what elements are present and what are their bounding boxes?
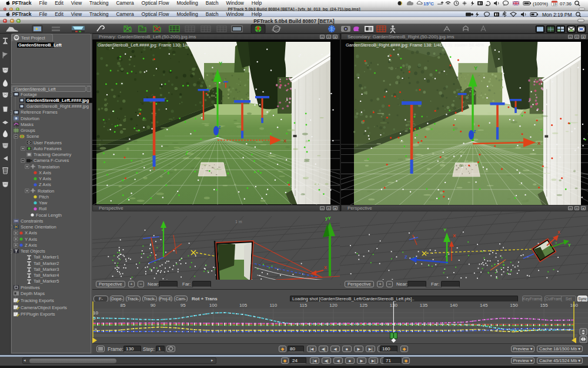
svg-text:Translation: Translation [38,164,59,170]
svg-text:120: 120 [329,303,338,308]
svg-text:Scene Orientation: Scene Orientation [21,224,56,230]
svg-text:Depth Maps: Depth Maps [21,291,45,296]
svg-text:Mon 2:19 PM: Mon 2:19 PM [542,12,572,18]
svg-text:Tall_Marker5: Tall_Marker5 [34,279,59,284]
svg-text:Z Axis: Z Axis [39,182,51,187]
svg-text:Z: Z [473,130,476,134]
svg-text:Constraints: Constraints [21,218,44,224]
svg-text:Camera/Object Exports: Camera/Object Exports [21,305,67,310]
svg-text:Scene: Scene [26,134,39,139]
svg-text:GardenStereoB_Left.####.jpg: GardenStereoB_Left.####.jpg [26,98,89,103]
svg-text:GardenStereoB_Right.####.jpg:: GardenStereoB_Right.####.jpg: Frame 138:… [346,42,484,48]
svg-text:115: 115 [300,303,308,308]
svg-text:Roll: Roll [39,206,46,211]
svg-text:Reference Frames: Reference Frames [21,110,58,115]
svg-text:X: X [537,141,541,146]
svg-text:Camera F-Curves: Camera F-Curves [34,158,69,163]
svg-text:X: X [557,230,560,234]
svg-text:PFPlugin Exports: PFPlugin Exports [21,311,55,317]
svg-text:Y: Y [474,65,477,71]
svg-text:yY: yY [325,216,331,221]
svg-text:Tall_Marker1: Tall_Marker1 [34,254,59,260]
svg-text:(100%): (100%) [533,1,548,6]
svg-text:Tall_Marker3: Tall_Marker3 [34,267,59,272]
svg-text:X: X [283,138,287,144]
svg-text:Y: Y [219,61,222,67]
svg-text:Tall_Marker2: Tall_Marker2 [34,261,59,266]
svg-text:155: 155 [540,303,548,308]
svg-text:Groups: Groups [21,128,35,133]
svg-text:10: 10 [93,310,98,316]
svg-text:145: 145 [480,303,488,308]
svg-text:Z: Z [405,254,407,260]
svg-text:X: X [324,266,327,270]
svg-text:Pitch: Pitch [39,194,49,200]
svg-text:Y: Y [568,243,571,247]
svg-text:140: 140 [450,303,458,308]
svg-text:Y: Y [443,227,447,233]
svg-text:X Axis: X Axis [39,170,51,175]
svg-text:Y Axis: Y Axis [25,237,37,242]
svg-text:Distortion: Distortion [21,116,39,121]
svg-text:Focal Length: Focal Length [36,213,62,218]
svg-text:Footage: Footage [21,92,37,97]
svg-text:Z: Z [218,125,221,130]
svg-text:X: X [453,233,456,238]
svg-text:Rotation: Rotation [38,188,54,194]
svg-text:105: 105 [239,303,248,308]
svg-text:85: 85 [121,303,126,308]
svg-text:Y Axis: Y Axis [39,176,51,181]
svg-text:125: 125 [360,303,368,308]
svg-text:Test Objects: Test Objects [21,248,45,254]
svg-text:Z Axis: Z Axis [25,243,37,248]
svg-text:Tall_Marker4: Tall_Marker4 [34,273,59,278]
svg-text:Tracking Exports: Tracking Exports [21,298,54,303]
svg-text:100: 100 [209,303,218,308]
svg-text:90: 90 [151,303,156,308]
svg-text:Auto Features: Auto Features [34,146,62,151]
svg-text:Primitives: Primitives [21,285,40,290]
svg-text:X Axis: X Axis [25,230,37,236]
svg-text:User Features: User Features [34,140,62,145]
svg-text:110: 110 [269,303,277,308]
svg-text:GardenStereoB_Right.####.jpg: GardenStereoB_Right.####.jpg [26,104,89,109]
svg-text:Tracking Geometry: Tracking Geometry [34,152,71,157]
svg-text:1 m: 1 m [235,220,242,224]
svg-text:95: 95 [181,303,186,308]
svg-text:07:36: 07:36 [560,1,572,6]
svg-text:Yaw: Yaw [39,200,48,205]
svg-text:GardenStereoB_Left.####.jpg: F: GardenStereoB_Left.####.jpg: Frame 130: … [98,42,233,48]
svg-text:135: 135 [420,303,428,308]
svg-text:150: 150 [510,303,518,308]
svg-text:19: 19 [553,2,557,6]
svg-text:15°C: 15°C [423,1,434,6]
svg-text:Masks: Masks [21,122,34,127]
